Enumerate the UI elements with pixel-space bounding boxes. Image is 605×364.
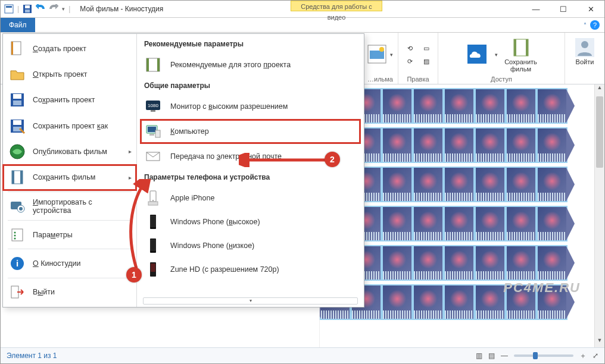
svg-rect-4 (25, 10, 30, 12)
svg-rect-15 (11, 42, 13, 55)
svg-rect-3 (25, 5, 30, 8)
menu-item-label: Открыть проект (33, 70, 88, 79)
view-filmstrip-icon[interactable]: ▤ (488, 352, 495, 360)
clip-thumbnail[interactable] (537, 206, 567, 241)
clip-thumbnail[interactable] (413, 206, 444, 241)
clip-thumbnail[interactable] (413, 167, 444, 202)
zoom-slider[interactable] (514, 354, 573, 357)
clip-thumbnail[interactable] (475, 245, 506, 281)
qat-dropdown-icon[interactable]: ▾ (62, 6, 65, 12)
thumbnail-icon[interactable] (367, 45, 386, 65)
option-wp-low[interactable]: Windows Phone (низкое) (137, 234, 364, 258)
vertical-scrollbar[interactable]: ▲ ▼ (594, 84, 604, 347)
zune-icon (144, 261, 162, 278)
option-iphone[interactable]: Apple iPhone (137, 186, 364, 210)
clip-thumbnail[interactable] (475, 206, 506, 241)
rotate-right-icon[interactable]: ⟳ (403, 56, 416, 67)
clip-thumbnail[interactable] (506, 167, 537, 202)
clip-thumbnail[interactable] (444, 167, 475, 202)
chevron-down-icon[interactable]: ▾ (390, 52, 393, 58)
chevron-down-icon[interactable]: ▾ (495, 52, 498, 58)
clip-thumbnail[interactable] (537, 88, 567, 124)
svg-rect-26 (20, 171, 23, 184)
clip-thumbnail[interactable] (382, 88, 413, 124)
clip-thumbnail[interactable] (506, 88, 537, 124)
signin-button[interactable]: Войти (570, 37, 600, 73)
fullscreen-icon[interactable]: ⤢ (592, 352, 598, 360)
menu-item-publish-movie[interactable]: Опубликовать фильм▸ (3, 139, 136, 164)
view-thumbnails-icon[interactable]: ▥ (476, 352, 482, 360)
menu-item-about[interactable]: iО Киностудии (3, 250, 136, 276)
clip-thumbnail[interactable] (413, 127, 444, 163)
clip-thumbnail[interactable] (444, 127, 475, 163)
menu-item-options[interactable]: Параметры (3, 222, 136, 247)
clip-thumbnail[interactable] (444, 245, 475, 281)
maximize-button[interactable]: ☐ (550, 1, 577, 18)
clip-thumbnail[interactable] (475, 127, 506, 163)
option-label: Монитор с высоким разрешением (170, 102, 288, 111)
minimize-button[interactable]: — (522, 1, 550, 18)
rotate-left-icon[interactable]: ⟲ (403, 43, 416, 54)
contextual-tab-video-tools[interactable]: Средства для работы с видео (291, 1, 382, 11)
clip-thumbnail[interactable] (444, 88, 475, 124)
scroll-down-hint-icon[interactable]: ▾ (143, 297, 358, 305)
clip-thumbnail[interactable] (537, 127, 567, 163)
delete-icon[interactable]: ▨ (420, 56, 433, 67)
select-all-icon[interactable]: ▭ (420, 43, 433, 54)
clip-thumbnail[interactable] (382, 167, 413, 202)
clip-thumbnail[interactable] (506, 206, 537, 241)
clip-thumbnail[interactable] (506, 127, 537, 163)
clip-thumbnail[interactable] (382, 127, 413, 163)
svg-rect-52 (151, 216, 155, 227)
menu-item-exit[interactable]: Выйти (3, 280, 136, 305)
exit-icon (9, 284, 26, 300)
save-movie-button[interactable]: Сохранить фильм (506, 37, 536, 73)
scroll-up-icon[interactable]: ▲ (595, 84, 604, 95)
menu-item-save-movie[interactable]: Сохранить фильм▸ (3, 165, 136, 190)
clip-thumbnail[interactable] (444, 206, 475, 241)
clip-thumbnail[interactable] (475, 284, 506, 320)
svg-rect-6 (370, 51, 384, 59)
zoom-in-icon[interactable]: ＋ (579, 351, 587, 361)
help-icon[interactable]: ? (590, 20, 600, 30)
menu-item-save-project[interactable]: Сохранить проект (3, 87, 136, 113)
collapse-ribbon-icon[interactable]: ˄ (584, 22, 587, 29)
option-hd-monitor[interactable]: 1080 Монитор с высоким разрешением (137, 95, 364, 118)
save-icon[interactable] (23, 4, 32, 14)
option-label: Windows Phone (низкое) (170, 241, 254, 250)
clip-thumbnail[interactable] (382, 206, 413, 241)
option-recommended[interactable]: Рекомендуемые для этого проекта (137, 53, 364, 77)
clip-thumbnail[interactable] (413, 88, 444, 124)
ribbon-group-access: ▾ Сохранить фильм Доступ (438, 33, 565, 84)
clip-thumbnail[interactable] (413, 245, 444, 281)
clip-thumbnail[interactable] (413, 284, 444, 320)
svg-point-32 (14, 234, 16, 236)
option-computer[interactable]: Компьютер (141, 120, 360, 143)
redo-icon[interactable] (49, 4, 58, 14)
menu-item-new-project[interactable]: Создать проект (3, 36, 136, 61)
clip-thumbnail[interactable] (537, 167, 567, 202)
menu-item-open-project[interactable]: Открыть проект (3, 61, 136, 87)
zoom-slider-thumb[interactable] (533, 352, 538, 359)
clip-thumbnail[interactable] (475, 88, 506, 124)
menu-item-label: Опубликовать фильм (33, 148, 107, 156)
scrollbar-thumb[interactable] (596, 96, 603, 168)
clip-thumbnail[interactable] (506, 245, 537, 281)
menu-item-save-project-as[interactable]: Сохранить проект как (3, 113, 136, 139)
scroll-down-icon[interactable]: ▼ (595, 337, 604, 347)
undo-icon[interactable] (36, 4, 45, 14)
menu-item-import-device[interactable]: Импортировать с устройства (3, 193, 136, 219)
clip-thumbnail[interactable] (444, 284, 475, 320)
zoom-out-icon[interactable]: — (501, 352, 508, 360)
clip-thumbnail[interactable] (382, 245, 413, 281)
file-tab[interactable]: Файл (1, 18, 35, 32)
close-button[interactable]: ✕ (577, 1, 604, 18)
ribbon-group-label: …ильма (367, 76, 393, 83)
onedrive-icon[interactable] (467, 45, 487, 65)
option-zune[interactable]: Zune HD (с разрешением 720p) (137, 258, 364, 281)
saveas-icon (9, 118, 26, 134)
clip-thumbnail[interactable] (537, 245, 567, 281)
option-wp-high[interactable]: Windows Phone (высокое) (137, 210, 364, 234)
clip-thumbnail[interactable] (382, 284, 413, 320)
clip-thumbnail[interactable] (475, 167, 506, 202)
